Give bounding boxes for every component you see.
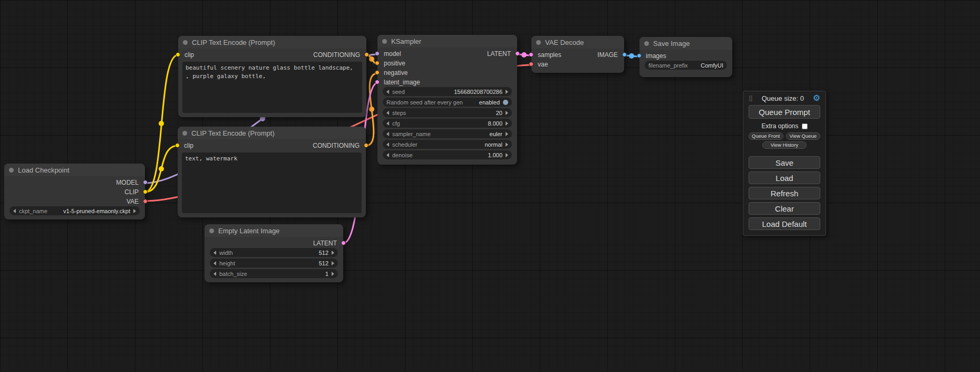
decrement-arrow-icon[interactable]: [386, 142, 389, 147]
widget-random-seed-toggle[interactable]: Random seed after every gen enabled: [383, 98, 512, 107]
widget-width[interactable]: width 512: [210, 248, 338, 257]
node-titlebar[interactable]: Load Checkpoint: [4, 164, 145, 176]
node-clip-text-encode-negative[interactable]: CLIP Text Encode (Prompt) clip CONDITION…: [178, 127, 366, 217]
input-slot-label: latent_image: [384, 79, 420, 86]
collapse-dot[interactable]: [382, 39, 387, 44]
collapse-dot[interactable]: [644, 41, 649, 46]
toggle-dot-icon[interactable]: [503, 100, 508, 105]
widget-value: 512: [316, 260, 328, 266]
increment-arrow-icon[interactable]: [332, 272, 334, 276]
node-load-checkpoint[interactable]: Load Checkpoint MODEL CLIP VAE ckpt_name…: [4, 164, 145, 220]
view-history-button[interactable]: View History: [762, 141, 807, 149]
clear-button[interactable]: Clear: [749, 202, 820, 215]
node-save-image[interactable]: Save Image images filename_prefix ComfyU…: [639, 37, 732, 77]
widget-steps[interactable]: steps 20: [383, 108, 512, 117]
increment-arrow-icon[interactable]: [332, 251, 334, 255]
decrement-arrow-icon[interactable]: [386, 111, 389, 115]
settings-gear-icon[interactable]: ⚙: [813, 94, 820, 102]
decrement-arrow-icon[interactable]: [214, 261, 216, 265]
negative-prompt-textarea[interactable]: text, watermark: [182, 152, 362, 213]
input-slot-negative[interactable]: [375, 70, 380, 75]
increment-arrow-icon[interactable]: [506, 132, 508, 136]
increment-arrow-icon[interactable]: [332, 261, 334, 265]
input-slot-label: samples: [538, 51, 561, 59]
input-slot-images[interactable]: [637, 53, 642, 58]
input-slot-clip[interactable]: [176, 52, 180, 57]
widget-denoise[interactable]: denoise 1.000: [383, 150, 512, 159]
decrement-arrow-icon[interactable]: [13, 209, 16, 213]
widget-filename-prefix[interactable]: filename_prefix ComfyUI: [645, 61, 727, 70]
increment-arrow-icon[interactable]: [506, 111, 508, 115]
input-slot-samples[interactable]: [529, 52, 533, 57]
node-titlebar[interactable]: CLIP Text Encode (Prompt): [178, 127, 366, 139]
slot-row: CLIP: [4, 187, 145, 197]
widget-label: height: [219, 260, 235, 266]
save-button[interactable]: Save: [749, 156, 820, 169]
graph-canvas[interactable]: Load Checkpoint MODEL CLIP VAE ckpt_name…: [0, 0, 980, 372]
decrement-arrow-icon[interactable]: [214, 251, 216, 255]
node-title: CLIP Text Encode (Prompt): [192, 39, 275, 46]
increment-arrow-icon[interactable]: [506, 121, 508, 126]
queue-front-button[interactable]: Queue Front: [749, 132, 783, 140]
decrement-arrow-icon[interactable]: [386, 132, 389, 136]
widget-cfg[interactable]: cfg 8.000: [383, 119, 512, 128]
input-slot-clip[interactable]: [175, 143, 180, 148]
collapse-dot[interactable]: [182, 131, 187, 136]
increment-arrow-icon[interactable]: [506, 142, 508, 147]
output-slot-conditioning[interactable]: [364, 143, 368, 148]
widget-seed[interactable]: seed 156680208700286: [383, 87, 512, 96]
node-titlebar[interactable]: CLIP Text Encode (Prompt): [178, 36, 366, 49]
node-ksampler[interactable]: KSampler model LATENT positive negative …: [377, 35, 517, 165]
output-slot-latent[interactable]: [515, 51, 520, 56]
collapse-dot[interactable]: [209, 228, 214, 233]
widget-batch-size[interactable]: batch_size 1: [210, 269, 338, 278]
widget-height[interactable]: height 512: [210, 259, 338, 268]
output-slot-image[interactable]: [622, 52, 627, 57]
node-titlebar[interactable]: Save Image: [639, 37, 732, 50]
drag-handle-icon[interactable]: ⣿: [749, 95, 753, 102]
output-slot-label: LATENT: [487, 50, 511, 58]
widget-scheduler[interactable]: scheduler normal: [383, 140, 512, 149]
node-titlebar[interactable]: KSampler: [377, 35, 517, 47]
node-vae-decode[interactable]: VAE Decode samples IMAGE vae: [531, 36, 624, 73]
load-button[interactable]: Load: [749, 171, 820, 184]
collapse-dot[interactable]: [9, 168, 14, 173]
node-empty-latent-image[interactable]: Empty Latent Image LATENT width 512 heig…: [205, 224, 343, 282]
load-default-button[interactable]: Load Default: [749, 217, 820, 230]
increment-arrow-icon[interactable]: [133, 209, 136, 213]
widget-value: enabled: [476, 99, 500, 106]
decrement-arrow-icon[interactable]: [386, 90, 389, 94]
node-clip-text-encode-positive[interactable]: CLIP Text Encode (Prompt) clip CONDITION…: [178, 36, 366, 117]
widget-label: batch_size: [219, 271, 247, 277]
collapse-dot[interactable]: [183, 40, 188, 45]
input-slot-model[interactable]: [375, 51, 380, 56]
widget-label: seed: [392, 89, 405, 95]
node-titlebar[interactable]: VAE Decode: [531, 36, 624, 49]
widget-value: euler: [487, 131, 502, 137]
extra-options-checkbox[interactable]: [802, 123, 808, 129]
decrement-arrow-icon[interactable]: [386, 153, 389, 157]
widget-label: scheduler: [392, 141, 418, 148]
input-slot-positive[interactable]: [375, 61, 380, 65]
output-slot-latent[interactable]: [341, 241, 346, 245]
decrement-arrow-icon[interactable]: [214, 272, 216, 276]
refresh-button[interactable]: Refresh: [749, 187, 820, 199]
widget-sampler-name[interactable]: sampler_name euler: [383, 129, 512, 138]
output-slot-conditioning[interactable]: [364, 52, 369, 57]
input-slot-latent-image[interactable]: [375, 80, 380, 84]
increment-arrow-icon[interactable]: [506, 90, 508, 94]
node-title: KSampler: [391, 37, 421, 45]
queue-size-label: Queue size: 0: [753, 94, 813, 102]
decrement-arrow-icon[interactable]: [386, 121, 389, 126]
widget-ckpt-name[interactable]: ckpt_name v1-5-pruned-emaonly.ckpt: [9, 206, 140, 215]
view-queue-button[interactable]: View Queue: [786, 132, 821, 140]
collapse-dot[interactable]: [536, 40, 541, 45]
queue-prompt-button[interactable]: Queue Prompt: [749, 105, 820, 119]
increment-arrow-icon[interactable]: [506, 153, 508, 157]
node-titlebar[interactable]: Empty Latent Image: [205, 224, 343, 237]
input-slot-vae[interactable]: [529, 62, 533, 66]
positive-prompt-textarea[interactable]: beautiful scenery nature glass bottle la…: [182, 62, 362, 113]
output-slot-model[interactable]: [143, 180, 148, 185]
output-slot-clip[interactable]: [143, 189, 148, 194]
output-slot-vae[interactable]: [143, 199, 148, 204]
